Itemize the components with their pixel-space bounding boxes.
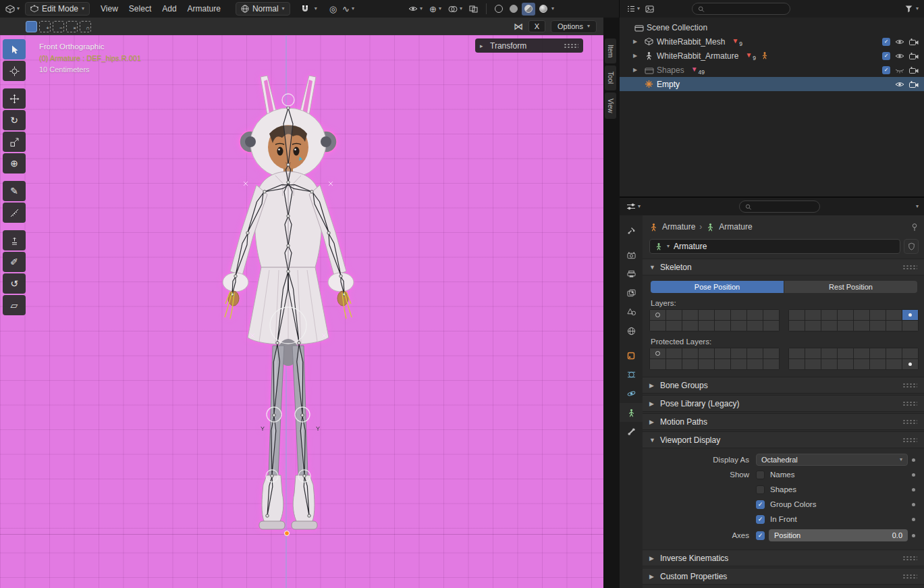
tab-scene[interactable] xyxy=(620,302,643,321)
layer-toggle[interactable] xyxy=(902,321,918,331)
fake-user-shield-button[interactable] xyxy=(904,239,919,254)
sidebar-tab-tool[interactable]: Tool xyxy=(605,65,616,90)
outliner-row-empty[interactable]: Empty xyxy=(620,77,924,91)
datablock-name-input[interactable] xyxy=(674,242,895,251)
layer-toggle[interactable] xyxy=(650,310,665,320)
layer-toggle[interactable] xyxy=(747,348,763,358)
layer-toggle[interactable] xyxy=(682,310,698,320)
layer-toggle[interactable] xyxy=(838,310,853,320)
select-mode-invert[interactable]: × xyxy=(66,21,78,32)
menu-armature[interactable]: Armature xyxy=(182,2,226,16)
layer-toggle[interactable] xyxy=(666,348,682,358)
editor-type-button[interactable]: ▾ xyxy=(3,2,22,16)
tool-select-box[interactable] xyxy=(3,39,26,59)
xray-toggle-button[interactable] xyxy=(466,2,481,16)
layer-toggle[interactable] xyxy=(886,321,902,331)
select-mode-extend[interactable]: + xyxy=(39,21,51,32)
layer-toggle[interactable] xyxy=(902,310,918,320)
panel-header-motion-paths[interactable]: ▶ Motion Paths xyxy=(643,413,924,430)
select-mode-subtract[interactable]: − xyxy=(53,21,64,32)
layer-toggle[interactable] xyxy=(870,359,886,369)
layer-toggle[interactable] xyxy=(854,359,869,369)
position-slider[interactable]: Position 0.0 xyxy=(769,529,908,541)
tool-transform[interactable]: ⊕ xyxy=(3,153,26,173)
tab-object-data[interactable] xyxy=(620,403,643,422)
tool-scale[interactable] xyxy=(3,132,26,152)
layer-toggle[interactable] xyxy=(805,310,821,320)
transform-orientation-dropdown[interactable]: Normal ▾ xyxy=(236,2,290,16)
layer-toggle[interactable] xyxy=(854,348,869,358)
exclude-checkbox[interactable] xyxy=(882,66,890,74)
anim-decorator-dot[interactable] xyxy=(912,534,915,537)
tool-extrude[interactable] xyxy=(3,230,26,250)
layer-toggle[interactable] xyxy=(763,359,779,369)
layer-toggle[interactable] xyxy=(763,321,779,331)
layer-toggle[interactable] xyxy=(854,321,869,331)
transform-panel-header[interactable]: ▸ Transform xyxy=(475,38,583,53)
rest-position-button[interactable]: Rest Position xyxy=(784,281,917,293)
panel-header-skeleton[interactable]: ▼ Skeleton xyxy=(643,259,924,275)
shading-rendered-button[interactable] xyxy=(537,3,550,16)
pose-position-button[interactable]: Pose Position xyxy=(651,281,784,293)
panel-grip[interactable] xyxy=(902,401,917,406)
outliner-row-armature[interactable]: ▶ WhiteRabbit_Armature ▼9 xyxy=(620,49,924,63)
show-gizmo-button[interactable]: ⊕▾ xyxy=(427,2,444,16)
outliner-row-shapes[interactable]: ▶ Shapes ▼49 xyxy=(620,63,924,77)
exclude-checkbox[interactable] xyxy=(882,38,890,46)
camera-icon[interactable] xyxy=(909,38,919,45)
layer-toggle[interactable] xyxy=(902,348,918,358)
layer-toggle[interactable] xyxy=(699,348,714,358)
sidebar-tab-item[interactable]: Item xyxy=(605,38,616,63)
layer-toggle[interactable] xyxy=(838,359,853,369)
outliner-row-mesh[interactable]: ▶ WhiteRabbit_Mesh ▼9 xyxy=(620,34,924,49)
eye-icon[interactable] xyxy=(895,53,904,59)
tab-constraints[interactable] xyxy=(620,365,643,384)
tab-bone[interactable] xyxy=(620,422,643,441)
eye-closed-icon[interactable] xyxy=(895,67,904,74)
in-front-checkbox[interactable] xyxy=(756,515,765,524)
names-checkbox[interactable] xyxy=(756,471,765,479)
tab-render[interactable] xyxy=(620,246,643,265)
outliner-search-input[interactable] xyxy=(708,5,784,13)
tool-roll[interactable]: ↺ xyxy=(3,273,26,294)
panel-grip[interactable] xyxy=(902,574,917,579)
tab-world[interactable] xyxy=(620,321,643,340)
properties-editor-type-button[interactable]: ▾ xyxy=(624,200,643,213)
outliner-search[interactable] xyxy=(692,3,790,15)
properties-search-input[interactable] xyxy=(755,203,814,211)
anim-decorator-dot[interactable] xyxy=(912,473,915,477)
panel-grip[interactable] xyxy=(902,556,917,561)
layer-toggle[interactable] xyxy=(886,310,902,320)
camera-icon[interactable] xyxy=(909,67,919,74)
panel-grip[interactable] xyxy=(902,437,917,443)
tool-rotate[interactable]: ↻ xyxy=(3,110,26,130)
select-mode-new[interactable] xyxy=(26,21,37,32)
tool-move[interactable] xyxy=(3,88,26,109)
layer-toggle[interactable] xyxy=(731,359,746,369)
panel-grip[interactable] xyxy=(902,265,917,270)
layer-toggle[interactable] xyxy=(731,321,746,331)
layer-toggle[interactable] xyxy=(821,348,837,358)
camera-icon[interactable] xyxy=(909,81,919,88)
layer-toggle[interactable] xyxy=(789,310,805,320)
tab-view-layer[interactable] xyxy=(620,284,643,302)
mode-select-dropdown[interactable]: Edit Mode ▾ xyxy=(25,2,90,16)
outliner-row-scene-collection[interactable]: Scene Collection xyxy=(620,20,924,34)
anim-decorator-dot[interactable] xyxy=(912,518,915,521)
show-overlays-button[interactable]: ▾ xyxy=(445,2,465,16)
tab-tool[interactable] xyxy=(620,221,643,240)
layer-toggle[interactable] xyxy=(682,359,698,369)
layer-toggle[interactable] xyxy=(747,321,763,331)
layer-toggle[interactable] xyxy=(763,348,779,358)
layer-toggle[interactable] xyxy=(682,321,698,331)
layer-toggle[interactable] xyxy=(789,359,805,369)
eye-icon[interactable] xyxy=(895,81,904,88)
layer-toggle[interactable] xyxy=(747,310,763,320)
tool-measure[interactable] xyxy=(3,203,26,223)
layer-toggle[interactable] xyxy=(870,321,886,331)
menu-add[interactable]: Add xyxy=(157,2,182,16)
panel-header-bone-groups[interactable]: ▶ Bone Groups xyxy=(643,377,924,394)
layer-toggle[interactable] xyxy=(854,310,869,320)
layer-toggle[interactable] xyxy=(715,359,730,369)
layer-toggle[interactable] xyxy=(805,348,821,358)
